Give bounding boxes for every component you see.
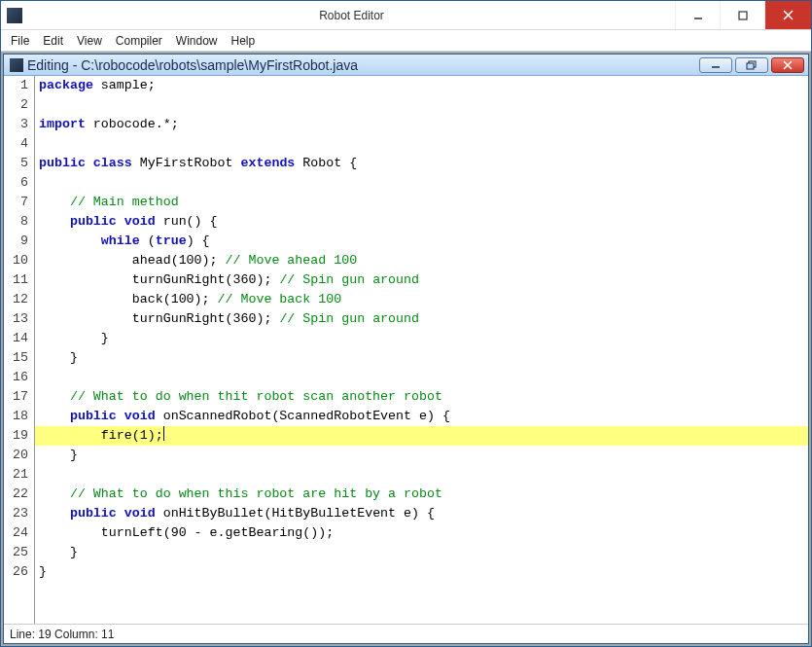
line-number-gutter: 1234567891011121314151617181920212223242… xyxy=(4,76,35,624)
mdi-client-area: Editing - C:\robocode\robots\sample\MyFi… xyxy=(1,52,811,646)
code-line[interactable]: public void run() { xyxy=(39,212,808,232)
line-number: 17 xyxy=(4,387,28,407)
editor-restore-button[interactable] xyxy=(735,57,768,73)
code-line[interactable]: turnGunRight(360); // Spin gun around xyxy=(39,309,808,329)
code-line[interactable]: import robocode.*; xyxy=(39,115,808,134)
menu-view[interactable]: View xyxy=(71,32,108,50)
code-line[interactable]: back(100); // Move back 100 xyxy=(39,290,808,309)
code-line[interactable]: } xyxy=(39,348,808,368)
code-line[interactable]: // What to do when this robot are hit by… xyxy=(39,485,808,504)
line-number: 22 xyxy=(4,485,28,504)
line-number: 10 xyxy=(4,251,28,270)
line-number: 16 xyxy=(4,368,28,387)
code-editor[interactable]: 1234567891011121314151617181920212223242… xyxy=(4,76,808,624)
editor-minimize-button[interactable] xyxy=(699,57,732,73)
line-number: 21 xyxy=(4,465,28,485)
minimize-button[interactable] xyxy=(675,1,720,29)
code-area[interactable]: package sample;import robocode.*;public … xyxy=(35,76,808,624)
code-line[interactable]: public void onHitByBullet(HitByBulletEve… xyxy=(39,504,808,523)
code-line[interactable] xyxy=(39,95,808,115)
line-number: 20 xyxy=(4,446,28,465)
code-line[interactable]: // What to do when thit robot scan anoth… xyxy=(39,387,808,407)
menu-compiler[interactable]: Compiler xyxy=(110,32,168,50)
menu-window[interactable]: Window xyxy=(170,32,224,50)
code-line[interactable] xyxy=(39,134,808,154)
close-icon xyxy=(780,60,795,70)
editor-window: Editing - C:\robocode\robots\sample\MyFi… xyxy=(3,54,809,644)
line-number: 5 xyxy=(4,154,28,173)
line-number: 4 xyxy=(4,134,28,154)
line-number: 2 xyxy=(4,95,28,115)
close-button[interactable] xyxy=(764,1,811,29)
close-icon xyxy=(783,10,794,20)
code-line[interactable]: turnLeft(90 - e.getBearing()); xyxy=(39,523,808,543)
line-number: 9 xyxy=(4,232,28,251)
code-line[interactable]: } xyxy=(39,562,808,582)
minimize-icon xyxy=(708,61,724,69)
code-line[interactable]: turnGunRight(360); // Spin gun around xyxy=(39,270,808,290)
line-number: 7 xyxy=(4,193,28,212)
code-line[interactable]: // Main method xyxy=(39,193,808,212)
app-icon xyxy=(7,8,22,23)
editor-title: Editing - C:\robocode\robots\sample\MyFi… xyxy=(27,57,699,73)
code-line[interactable] xyxy=(39,368,808,387)
line-number: 6 xyxy=(4,173,28,193)
code-line[interactable] xyxy=(39,465,808,485)
titlebar[interactable]: Robot Editor xyxy=(1,1,811,30)
line-number: 12 xyxy=(4,290,28,309)
menu-help[interactable]: Help xyxy=(226,32,262,50)
line-number: 8 xyxy=(4,212,28,232)
app-window: Robot Editor File Edit View Compiler Win… xyxy=(0,0,812,647)
editor-close-button[interactable] xyxy=(771,57,804,73)
status-bar: Line: 19 Column: 11 xyxy=(4,624,808,643)
code-line[interactable]: } xyxy=(39,543,808,562)
line-number: 14 xyxy=(4,329,28,348)
svg-rect-6 xyxy=(747,63,754,69)
editor-window-controls xyxy=(699,57,804,73)
code-line[interactable]: package sample; xyxy=(39,76,808,95)
line-number: 1 xyxy=(4,76,28,95)
line-number: 24 xyxy=(4,523,28,543)
line-number: 13 xyxy=(4,309,28,329)
text-caret xyxy=(163,426,164,441)
code-line[interactable]: ahead(100); // Move ahead 100 xyxy=(39,251,808,270)
code-line[interactable] xyxy=(39,173,808,193)
line-number: 11 xyxy=(4,270,28,290)
menubar: File Edit View Compiler Window Help xyxy=(1,30,811,52)
code-line[interactable]: public class MyFirstRobot extends Robot … xyxy=(39,154,808,173)
code-line[interactable]: } xyxy=(39,329,808,348)
maximize-icon xyxy=(738,11,748,20)
maximize-button[interactable] xyxy=(720,1,764,29)
restore-icon xyxy=(744,60,759,70)
line-number: 23 xyxy=(4,504,28,523)
code-line[interactable]: public void onScannedRobot(ScannedRobotE… xyxy=(39,407,808,426)
document-icon xyxy=(10,58,23,72)
line-number: 19 xyxy=(4,426,28,446)
line-number: 26 xyxy=(4,562,28,582)
line-number: 15 xyxy=(4,348,28,368)
line-number: 18 xyxy=(4,407,28,426)
minimize-icon xyxy=(693,11,703,20)
code-line[interactable]: fire(1); xyxy=(35,426,808,446)
cursor-position: Line: 19 Column: 11 xyxy=(10,628,114,641)
window-controls xyxy=(675,1,811,29)
svg-rect-1 xyxy=(739,12,747,19)
window-title: Robot Editor xyxy=(28,9,675,22)
code-line[interactable]: while (true) { xyxy=(39,232,808,251)
menu-edit[interactable]: Edit xyxy=(37,32,69,50)
menu-file[interactable]: File xyxy=(5,32,35,50)
line-number: 3 xyxy=(4,115,28,134)
editor-titlebar[interactable]: Editing - C:\robocode\robots\sample\MyFi… xyxy=(4,54,808,76)
code-line[interactable]: } xyxy=(39,446,808,465)
line-number: 25 xyxy=(4,543,28,562)
